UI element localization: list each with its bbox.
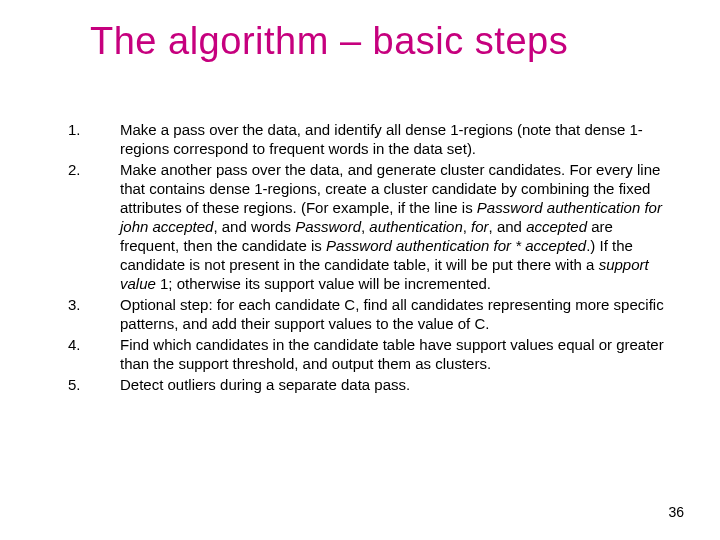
list-text: Find which candidates in the candidate t… (120, 335, 670, 373)
list-item: 4. Find which candidates in the candidat… (68, 335, 670, 373)
list-text: Make a pass over the data, and identify … (120, 120, 670, 158)
slide-title: The algorithm – basic steps (90, 20, 680, 63)
slide: The algorithm – basic steps 1. Make a pa… (0, 0, 720, 540)
list-text: Detect outliers during a separate data p… (120, 375, 670, 394)
list-number: 4. (68, 335, 120, 354)
list-item: 2. Make another pass over the data, and … (68, 160, 670, 293)
list-number: 1. (68, 120, 120, 139)
list-number: 2. (68, 160, 120, 179)
list-item: 5. Detect outliers during a separate dat… (68, 375, 670, 394)
list-text: Make another pass over the data, and gen… (120, 160, 670, 293)
slide-body: 1. Make a pass over the data, and identi… (68, 120, 670, 396)
list-number: 3. (68, 295, 120, 314)
list-text: Optional step: for each candidate C, fin… (120, 295, 670, 333)
page-number: 36 (668, 504, 684, 520)
list-item: 1. Make a pass over the data, and identi… (68, 120, 670, 158)
list-number: 5. (68, 375, 120, 394)
list-item: 3. Optional step: for each candidate C, … (68, 295, 670, 333)
